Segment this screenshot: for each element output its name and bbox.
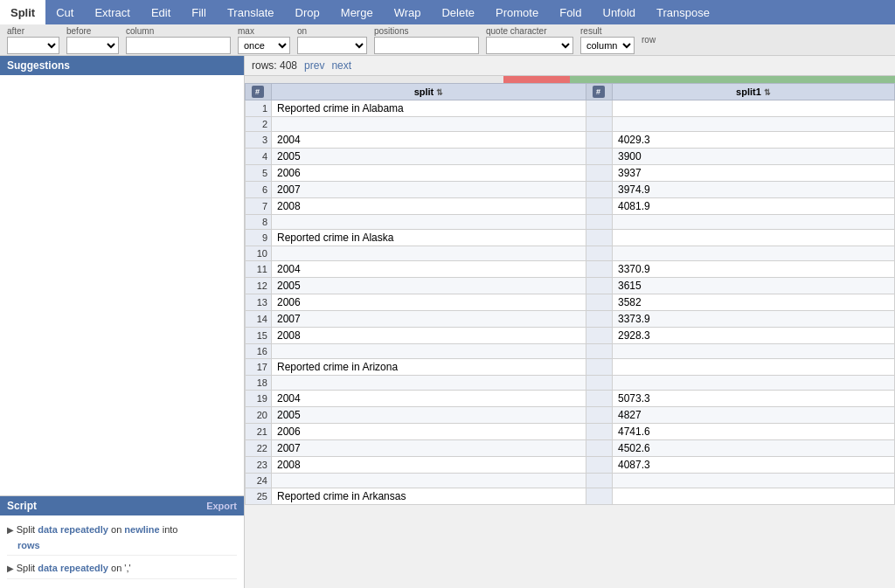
keyword-data-2: data repeatedly [38, 563, 108, 573]
table-row: 1920045073.3 [246, 391, 895, 407]
cell-row-num2 [586, 230, 613, 246]
cell-row-num: 12 [246, 278, 272, 294]
col-split1-label: split1 [736, 86, 761, 97]
menu-item-unfold[interactable]: Unfold [593, 0, 647, 24]
script-body: ▶ Split data repeatedly on newline into … [0, 515, 244, 588]
cell-row-num2 [586, 182, 613, 198]
cell-row-num: 6 [246, 182, 272, 198]
menu-item-promote[interactable]: Promote [485, 0, 549, 24]
cell-row-num2 [586, 488, 613, 505]
cell-row-num: 25 [246, 488, 272, 505]
on-select[interactable] [297, 37, 367, 54]
cell-row-num2 [586, 246, 613, 261]
cell-row-num: 2 [246, 117, 272, 132]
row-label: row [642, 35, 656, 45]
result-select[interactable]: column [580, 37, 635, 54]
cell-row-num: 20 [246, 407, 272, 424]
positions-group: positions [374, 26, 479, 54]
cell-row-num: 10 [246, 246, 272, 261]
result-label: result [580, 26, 601, 36]
table-row: 17Reported crime in Arizona [246, 359, 895, 376]
max-select[interactable]: once [238, 37, 290, 54]
options-bar: after before column max once on position… [0, 24, 895, 56]
cell-row-num2 [586, 457, 613, 474]
column-input[interactable] [126, 37, 231, 54]
cell-row-num2 [586, 165, 613, 182]
table-row: 2020054827 [246, 407, 895, 424]
script-item-2[interactable]: ▶ Split data repeatedly on ',' [7, 559, 237, 579]
menu-item-edit[interactable]: Edit [141, 0, 181, 24]
col-split-label: split [414, 86, 434, 97]
color-empty-left [245, 76, 503, 83]
script-title: Script [7, 500, 37, 512]
col-header-split[interactable]: split ⇅ [272, 84, 586, 100]
grid-container[interactable]: # split ⇅ # split1 ⇅ [245, 83, 895, 588]
cell-row-num2 [586, 149, 613, 165]
menu-item-drop[interactable]: Drop [285, 0, 330, 24]
menu-bar: Split Cut Extract Edit Fill Translate Dr… [0, 0, 895, 24]
menu-item-split[interactable]: Split [0, 0, 45, 24]
menu-item-transpose[interactable]: Transpose [646, 0, 720, 24]
arrow-icon-2: ▶ [7, 564, 17, 573]
cell-split: 2004 [272, 391, 586, 407]
cell-row-num: 3 [246, 132, 272, 149]
cell-split [272, 117, 586, 132]
col-header-split1[interactable]: split1 ⇅ [613, 84, 895, 100]
keyword-rows: rows [7, 540, 40, 550]
menu-item-wrap[interactable]: Wrap [384, 0, 432, 24]
cell-split1 [613, 100, 895, 117]
cell-split: 2005 [272, 407, 586, 424]
menu-item-cut[interactable]: Cut [45, 0, 84, 24]
menu-item-merge[interactable]: Merge [330, 0, 384, 24]
cell-row-num2 [586, 344, 613, 359]
menu-item-fold[interactable]: Fold [549, 0, 592, 24]
before-label: before [66, 26, 91, 36]
table-row: 2 [246, 117, 895, 132]
export-label[interactable]: Export [206, 501, 237, 511]
cell-row-num: 21 [246, 424, 272, 440]
cell-split: 2008 [272, 198, 586, 215]
table-row: 1420073373.9 [246, 311, 895, 328]
cell-row-num2 [586, 407, 613, 424]
prev-link[interactable]: prev [304, 59, 324, 72]
cell-row-num: 9 [246, 230, 272, 246]
menu-item-fill[interactable]: Fill [181, 0, 217, 24]
cell-split: 2007 [272, 311, 586, 328]
cell-split: 2005 [272, 149, 586, 165]
cell-split [272, 344, 586, 359]
cell-row-num: 11 [246, 261, 272, 278]
positions-input[interactable] [374, 37, 479, 54]
table-row: 16 [246, 344, 895, 359]
cell-row-num2 [586, 132, 613, 149]
script-item-1[interactable]: ▶ Split data repeatedly on newline into … [7, 521, 237, 556]
cell-split1: 5073.3 [613, 391, 895, 407]
cell-split1: 3373.9 [613, 311, 895, 328]
cell-row-num2 [586, 278, 613, 294]
left-panel: Suggestions Script Export ▶ Split data r… [0, 56, 245, 588]
cell-split1: 4502.6 [613, 440, 895, 457]
quote-char-select[interactable] [486, 37, 573, 54]
arrow-icon-1: ▶ [7, 525, 17, 535]
cell-split1: 4081.9 [613, 198, 895, 215]
cell-split: 2007 [272, 182, 586, 198]
sort-icon-split: ⇅ [436, 88, 443, 97]
table-row: 9Reported crime in Alaska [246, 230, 895, 246]
menu-item-delete[interactable]: Delete [431, 0, 485, 24]
cell-split [272, 376, 586, 391]
cell-row-num: 16 [246, 344, 272, 359]
table-row: 24 [246, 474, 895, 488]
cell-row-num: 15 [246, 328, 272, 344]
right-panel: rows: 408 prev next # split [245, 56, 895, 588]
column-group: column [126, 26, 231, 54]
after-select[interactable] [7, 37, 59, 54]
cell-split1: 3615 [613, 278, 895, 294]
cell-row-num2 [586, 424, 613, 440]
cell-row-num2 [586, 328, 613, 344]
before-select[interactable] [66, 37, 119, 54]
cell-split: 2004 [272, 132, 586, 149]
cell-row-num2 [586, 100, 613, 117]
on-label: on [297, 26, 307, 36]
next-link[interactable]: next [331, 59, 351, 72]
menu-item-translate[interactable]: Translate [217, 0, 285, 24]
menu-item-extract[interactable]: Extract [84, 0, 140, 24]
